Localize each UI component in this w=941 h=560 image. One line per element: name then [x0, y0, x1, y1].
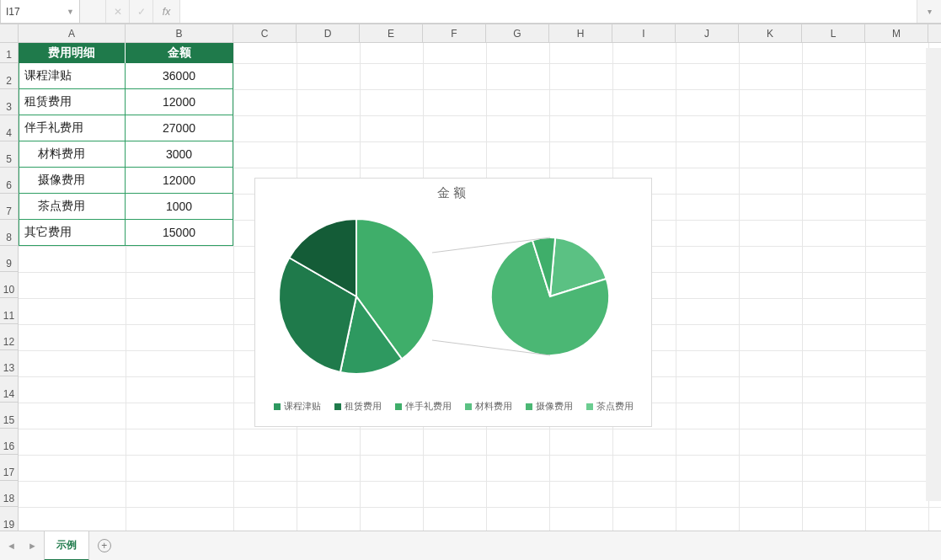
- table-cell-name[interactable]: 租赁费用: [19, 89, 126, 115]
- plus-icon: +: [98, 539, 111, 552]
- formula-input[interactable]: [179, 0, 917, 23]
- legend-item: 伴手礼费用: [395, 400, 452, 413]
- tab-nav-next-icon[interactable]: ►: [28, 541, 37, 551]
- legend-item: 材料费用: [465, 400, 512, 413]
- legend-item: 课程津贴: [274, 400, 321, 413]
- row-header[interactable]: 10: [0, 272, 19, 298]
- column-header[interactable]: E: [360, 24, 423, 43]
- column-header[interactable]: D: [297, 24, 360, 43]
- chart-legend: 课程津贴租赁费用伴手礼费用材料费用摄像费用茶点费用: [255, 400, 651, 413]
- row-header[interactable]: 15: [0, 403, 19, 429]
- table-cell-name[interactable]: 材料费用: [19, 141, 126, 168]
- column-header[interactable]: A: [19, 24, 126, 43]
- sheet-tab-strip: ◄ ► 示例 +: [0, 531, 941, 560]
- table-row: 课程津贴36000: [19, 63, 233, 89]
- table-row: 伴手礼费用27000: [19, 115, 233, 141]
- legend-label: 伴手礼费用: [405, 400, 452, 413]
- column-header[interactable]: K: [739, 24, 802, 43]
- legend-label: 材料费用: [475, 400, 512, 413]
- legend-swatch: [586, 403, 593, 410]
- row-header[interactable]: 3: [0, 89, 19, 115]
- formula-cancel-icon: ✕: [105, 0, 129, 23]
- row-header[interactable]: 4: [0, 115, 19, 141]
- row-header[interactable]: 5: [0, 141, 19, 168]
- row-header[interactable]: 9: [0, 246, 19, 272]
- table-cell-amount[interactable]: 27000: [126, 115, 233, 141]
- legend-label: 租赁费用: [345, 400, 382, 413]
- column-header[interactable]: F: [423, 24, 486, 43]
- column-header[interactable]: N: [928, 24, 941, 43]
- name-box-dropdown-icon[interactable]: ▼: [67, 8, 74, 16]
- column-header[interactable]: B: [126, 24, 233, 43]
- formula-enter-icon: ✓: [129, 0, 152, 23]
- table-cell-amount[interactable]: 1000: [126, 194, 233, 220]
- chart-svg: [264, 212, 644, 381]
- legend-label: 茶点费用: [596, 400, 634, 413]
- legend-label: 摄像费用: [536, 400, 573, 413]
- table-cell-name[interactable]: 其它费用: [19, 220, 126, 246]
- column-header[interactable]: L: [802, 24, 865, 43]
- legend-item: 摄像费用: [526, 400, 573, 413]
- tab-nav-prev-icon[interactable]: ◄: [7, 541, 16, 551]
- legend-item: 茶点费用: [586, 400, 634, 413]
- legend-swatch: [274, 403, 281, 410]
- data-table: 费用明细 金额 课程津贴36000租赁费用12000伴手礼费用27000材料费用…: [19, 43, 233, 246]
- table-cell-name[interactable]: 课程津贴: [19, 63, 126, 89]
- column-header[interactable]: G: [486, 24, 549, 43]
- fx-icon[interactable]: fx: [152, 0, 179, 23]
- name-box[interactable]: I17 ▼: [0, 0, 80, 23]
- table-row: 材料费用3000: [19, 141, 233, 168]
- row-header[interactable]: 14: [0, 376, 19, 403]
- row-header[interactable]: 18: [0, 481, 19, 507]
- table-cell-amount[interactable]: 36000: [126, 63, 233, 89]
- legend-item: 租赁费用: [334, 400, 382, 413]
- select-all-corner[interactable]: [0, 24, 19, 43]
- table-row: 其它费用15000: [19, 220, 233, 246]
- table-cell-amount[interactable]: 12000: [126, 168, 233, 194]
- row-header[interactable]: 7: [0, 194, 19, 220]
- table-cell-amount[interactable]: 12000: [126, 89, 233, 115]
- sheet-tab-active[interactable]: 示例: [44, 531, 89, 560]
- table-cell-amount[interactable]: 15000: [126, 220, 233, 246]
- worksheet-grid[interactable]: ABCDEFGHIJKLMN 1234567891011121314151617…: [0, 24, 941, 531]
- table-row: 茶点费用1000: [19, 194, 233, 220]
- column-header[interactable]: I: [612, 24, 676, 43]
- legend-swatch: [526, 403, 532, 410]
- table-row: 摄像费用12000: [19, 168, 233, 194]
- table-cell-name[interactable]: 摄像费用: [19, 168, 126, 194]
- new-sheet-button[interactable]: +: [89, 531, 120, 560]
- legend-label: 课程津贴: [284, 400, 321, 413]
- column-header[interactable]: H: [549, 24, 612, 43]
- chart-title: 金额: [255, 179, 651, 201]
- pie-chart[interactable]: 金额 课程津贴租赁费用伴手礼费用材料费用摄像费用茶点费用: [254, 178, 652, 427]
- legend-swatch: [465, 403, 472, 410]
- column-header[interactable]: J: [676, 24, 739, 43]
- legend-swatch: [395, 403, 402, 410]
- table-header-name[interactable]: 费用明细: [19, 43, 126, 63]
- formula-bar-expand-icon[interactable]: ▾: [917, 0, 941, 23]
- table-cell-name[interactable]: 伴手礼费用: [19, 115, 126, 141]
- row-header[interactable]: 1: [0, 43, 19, 63]
- legend-swatch: [334, 403, 341, 410]
- tab-nav: ◄ ►: [0, 531, 44, 560]
- column-headers: ABCDEFGHIJKLMN: [19, 24, 941, 43]
- table-header-amount[interactable]: 金额: [126, 43, 233, 63]
- row-header[interactable]: 2: [0, 63, 19, 89]
- vertical-scrollbar[interactable]: [926, 48, 941, 501]
- row-header[interactable]: 6: [0, 168, 19, 194]
- row-headers: 12345678910111213141516171819: [0, 43, 19, 531]
- row-header[interactable]: 13: [0, 350, 19, 376]
- cells-area[interactable]: 费用明细 金额 课程津贴36000租赁费用12000伴手礼费用27000材料费用…: [19, 43, 941, 531]
- table-cell-name[interactable]: 茶点费用: [19, 194, 126, 220]
- row-header[interactable]: 12: [0, 324, 19, 350]
- column-header[interactable]: C: [233, 24, 297, 43]
- table-row: 租赁费用12000: [19, 89, 233, 115]
- formula-bar: I17 ▼ ✕ ✓ fx ▾: [0, 0, 941, 24]
- row-header[interactable]: 17: [0, 455, 19, 481]
- row-header[interactable]: 8: [0, 220, 19, 246]
- row-header[interactable]: 16: [0, 429, 19, 455]
- row-header[interactable]: 11: [0, 298, 19, 324]
- table-cell-amount[interactable]: 3000: [126, 141, 233, 168]
- row-header[interactable]: 19: [0, 507, 19, 531]
- column-header[interactable]: M: [865, 24, 928, 43]
